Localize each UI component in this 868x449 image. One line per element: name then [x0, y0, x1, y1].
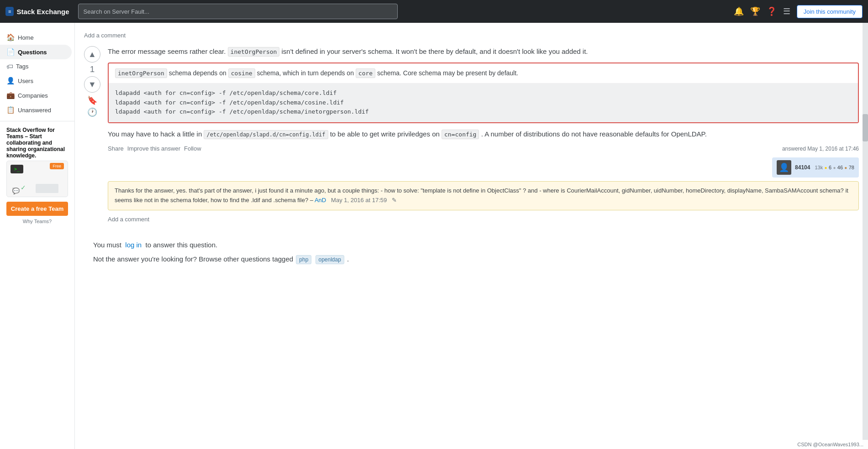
- comment-box: Thanks for the answer, yes. that's part …: [108, 181, 859, 210]
- silver-count: 46: [837, 165, 843, 170]
- box-code3: core: [356, 68, 375, 78]
- tag-openldap[interactable]: openldap: [316, 255, 344, 264]
- downvote-button[interactable]: ▼: [84, 76, 100, 93]
- sidebar-item-tags-label: Tags: [16, 63, 28, 70]
- comment-user[interactable]: AnD: [315, 197, 326, 204]
- bronze-badge-icon: ●: [844, 165, 847, 170]
- answer-action-bar: Share Improve this answer Follow answere…: [108, 145, 859, 152]
- sidebar-item-companies-label: Companies: [18, 92, 48, 99]
- join-community-button[interactable]: Join this community: [797, 5, 863, 18]
- gold-count: 6: [829, 165, 831, 170]
- sidebar-item-questions[interactable]: 📄 Questions: [0, 45, 72, 59]
- site-name: Stack Exchange: [16, 8, 69, 16]
- teams-illustration: >_ Free ✓ 💬: [6, 161, 68, 197]
- teams-title: Stack Overflow for Teams – Start collabo…: [6, 127, 68, 159]
- sidebar-item-home[interactable]: 🏠 Home: [0, 30, 72, 45]
- sidebar-item-questions-label: Questions: [18, 49, 47, 56]
- login-paragraph: You must log in to answer this question.: [93, 241, 850, 249]
- main-content: Add a comment ▲ 1 ▼ 🔖 🕐 The error messag…: [75, 23, 868, 449]
- add-comment-link[interactable]: Add a comment: [108, 214, 859, 224]
- logo-icon: ≡: [5, 7, 14, 16]
- sidebar-item-users-label: Users: [18, 78, 33, 84]
- bronze-count: 78: [849, 165, 854, 170]
- answer-vote-section: ▲ 1 ▼ 🔖 🕐 The error message seems rather…: [84, 46, 859, 224]
- search-input[interactable]: [78, 4, 398, 19]
- login-link[interactable]: log in: [125, 241, 142, 249]
- box-code2: cosine: [228, 68, 255, 78]
- user-info: 84104 13k ● 6 ● 46 ● 78: [795, 164, 854, 171]
- sidebar-item-unanswered[interactable]: 📋 Unanswered: [0, 103, 72, 117]
- achievements-icon[interactable]: 🏆: [750, 6, 760, 16]
- user-rep: 84104: [795, 164, 810, 171]
- avatar: 👤: [777, 160, 791, 175]
- scroll-thumb[interactable]: [863, 114, 868, 141]
- sidebar-item-companies[interactable]: 💼 Companies: [0, 88, 72, 103]
- menu-icon[interactable]: ☰: [783, 6, 790, 16]
- inbox-icon[interactable]: 🔔: [734, 6, 744, 16]
- code-line-1: ldapadd <auth for cn=config> -f /etc/ope…: [115, 89, 852, 98]
- illustration-check-icon: ✓: [21, 184, 26, 191]
- top-add-comment[interactable]: Add a comment: [84, 30, 859, 41]
- bottom-bar: CSDN @OceanWaves1993...: [793, 440, 868, 449]
- answer-para2: You may have to hack a little in /etc/op…: [108, 129, 859, 140]
- topbar-icons: 🔔 🏆 ❓ ☰ Join this community: [734, 5, 863, 18]
- user-card: 👤 84104 13k ● 6 ●: [772, 157, 859, 178]
- site-logo[interactable]: ≡ Stack Exchange: [5, 7, 69, 16]
- code-line-2: ldapadd <auth for cn=config> -f /etc/ope…: [115, 98, 852, 108]
- answer-highlight-box: inetOrgPerson schema depends on cosine s…: [108, 63, 859, 123]
- answered-timestamp: answered May 1, 2016 at 17:46: [782, 146, 859, 152]
- sidebar-nav: 🏠 Home 📄 Questions 🏷 Tags 👤 Users 💼 Comp…: [0, 30, 74, 117]
- scrollbar[interactable]: [863, 23, 868, 449]
- browse-tags-paragraph: Not the answer you're looking for? Brows…: [93, 255, 850, 264]
- topbar: ≡ Stack Exchange 🔔 🏆 ❓ ☰ Join this commu…: [0, 0, 868, 23]
- answer-container: Add a comment ▲ 1 ▼ 🔖 🕐 The error messag…: [75, 30, 868, 273]
- box-code1: inetOrgPerson: [115, 68, 167, 78]
- improve-link[interactable]: Improve this answer: [127, 145, 180, 152]
- illustration-chat-icon: 💬: [12, 188, 18, 193]
- answer-intro: The error message seems rather clear. in…: [108, 46, 859, 57]
- user-rep2: 13k: [815, 165, 823, 170]
- tags-icon: 🏷: [6, 63, 13, 70]
- sidebar-item-users[interactable]: 👤 Users: [0, 73, 72, 88]
- help-icon[interactable]: ❓: [767, 6, 777, 16]
- para2-text2: to be able to get write priviledges on: [330, 130, 442, 138]
- sidebar-item-home-label: Home: [18, 34, 34, 41]
- para2-code2: cn=config: [442, 130, 479, 139]
- vote-controls: ▲ 1 ▼ 🔖 🕐: [84, 46, 100, 224]
- box-text4: schema. Core schema may be present by de…: [377, 69, 518, 77]
- comment-edit-icon[interactable]: ✎: [392, 197, 397, 204]
- share-link[interactable]: Share: [108, 145, 124, 152]
- para2-text1: You may have to hack a little in: [108, 130, 204, 138]
- page-wrapper: 🏠 Home 📄 Questions 🏷 Tags 👤 Users 💼 Comp…: [0, 23, 868, 449]
- intro-text2: isn't defined in your server's schema. I…: [282, 47, 588, 55]
- search-container: [78, 4, 398, 19]
- why-teams-link[interactable]: Why Teams?: [6, 219, 68, 224]
- gold-badge-icon: ●: [825, 165, 827, 170]
- comment-time: May 1, 2016 at 17:59: [331, 197, 387, 204]
- para2-text3: . A number of distributions do not have …: [481, 130, 707, 138]
- home-icon: 🏠: [6, 33, 15, 42]
- users-icon: 👤: [6, 77, 15, 85]
- questions-icon: 📄: [6, 48, 15, 56]
- history-icon[interactable]: 🕐: [87, 107, 97, 117]
- bottom-bar-text: CSDN @OceanWaves1993...: [797, 442, 863, 447]
- illustration-terminal: >_: [14, 167, 20, 172]
- code-block: ldapadd <auth for cn=config> -f /etc/ope…: [109, 83, 858, 122]
- follow-link[interactable]: Follow: [184, 145, 201, 152]
- bookmark-icon[interactable]: 🔖: [87, 95, 97, 105]
- box-text2: schema depends on: [169, 69, 228, 77]
- user-card-inner: 👤 84104 13k ● 6 ●: [777, 160, 854, 175]
- comment-text: Thanks for the answer, yes. that's part …: [115, 187, 848, 204]
- sidebar-item-unanswered-label: Unanswered: [18, 107, 51, 114]
- para2-code1: /etc/openldap/slapd.d/cn=config.ldif: [204, 130, 328, 139]
- silver-badge-icon: ●: [833, 165, 836, 170]
- companies-icon: 💼: [6, 91, 15, 99]
- intro-text1: The error message seems rather clear.: [108, 47, 226, 55]
- answer-box-text: inetOrgPerson schema depends on cosine s…: [109, 63, 858, 83]
- user-card-area: 👤 84104 13k ● 6 ●: [108, 157, 859, 178]
- create-free-team-button[interactable]: Create a free Team: [6, 202, 68, 216]
- upvote-button[interactable]: ▲: [84, 46, 100, 63]
- sidebar-item-tags[interactable]: 🏷 Tags: [0, 59, 72, 73]
- tag-php[interactable]: php: [296, 255, 311, 264]
- answer-body: The error message seems rather clear. in…: [108, 46, 859, 224]
